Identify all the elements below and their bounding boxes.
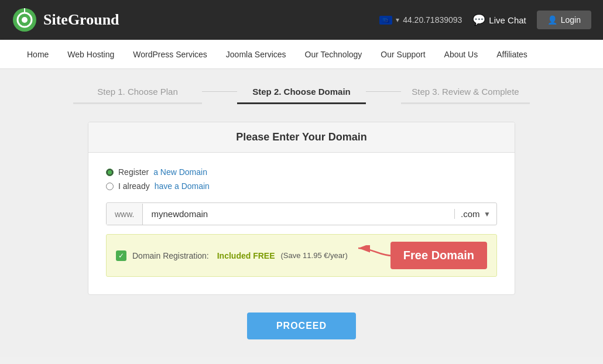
radio-group: Register a New Domain I already have a D… — [106, 167, 497, 191]
siteground-logo-icon — [12, 7, 37, 33]
page-content: Step 1. Choose Plan Step 2. Choose Domai… — [0, 69, 603, 357]
flag-icon: 🇪🇺 — [379, 16, 392, 25]
radio-register-input[interactable] — [106, 169, 114, 176]
chat-icon: 💬 — [472, 13, 485, 26]
radio-register-option[interactable]: Register a New Domain — [106, 167, 497, 177]
svg-point-2 — [22, 17, 28, 23]
login-button[interactable]: 👤 Login — [537, 11, 591, 29]
user-icon: 👤 — [547, 15, 557, 25]
free-badge-area: Free Domain — [355, 242, 487, 269]
top-header: SiteGround 🇪🇺 ▾ 44.20.71839093 💬 Live Ch… — [0, 0, 603, 40]
live-chat-button[interactable]: 💬 Live Chat — [472, 13, 526, 26]
save-text: (Save 11.95 €/year) — [281, 251, 348, 260]
free-domain-badge: Free Domain — [390, 242, 487, 269]
logo-text: SiteGround — [43, 11, 119, 29]
step-3-underline — [401, 102, 530, 104]
live-chat-label: Live Chat — [489, 15, 526, 25]
step-divider-1 — [202, 91, 237, 92]
tld-select[interactable]: .com .net .org .info .biz — [461, 209, 492, 219]
step-3-label: Step 3. Review & Complete — [412, 87, 519, 102]
included-free-text: Included FREE — [217, 251, 275, 260]
step-divider-2 — [366, 91, 401, 92]
proceed-row: PROCEED — [0, 313, 603, 339]
step-1-label: Step 1. Choose Plan — [97, 87, 178, 102]
radio-register-link[interactable]: a New Domain — [153, 167, 207, 177]
radio-have-input[interactable] — [106, 183, 114, 190]
nav-joomla-services[interactable]: Joomla Services — [217, 40, 296, 69]
step-2-label: Step 2. Choose Domain — [252, 87, 351, 102]
domain-input-row: www. .com .net .org .info .biz ▼ — [106, 202, 497, 225]
phone-area: 🇪🇺 ▾ 44.20.71839093 — [379, 15, 462, 25]
form-card: Please Enter Your Domain Register a New … — [88, 122, 515, 295]
tld-select-wrapper: .com .net .org .info .biz ▼ — [454, 209, 496, 219]
phone-number: 44.20.71839093 — [403, 15, 462, 25]
radio-have-option[interactable]: I already have a Domain — [106, 181, 497, 191]
step-1: Step 1. Choose Plan — [73, 87, 202, 104]
nav-bar: Home Web Hosting WordPress Services Joom… — [0, 40, 603, 69]
step-2-underline — [237, 102, 366, 104]
login-label: Login — [561, 15, 581, 25]
nav-our-support[interactable]: Our Support — [371, 40, 434, 69]
domain-checkbox[interactable]: ✓ — [116, 250, 126, 261]
nav-our-technology[interactable]: Our Technology — [296, 40, 372, 69]
nav-home[interactable]: Home — [18, 40, 58, 69]
form-card-header: Please Enter Your Domain — [88, 122, 515, 153]
www-prefix: www. — [107, 204, 143, 225]
nav-wordpress-services[interactable]: WordPress Services — [124, 40, 217, 69]
radio-have-link[interactable]: have a Domain — [155, 181, 210, 191]
nav-web-hosting[interactable]: Web Hosting — [58, 40, 124, 69]
step-2: Step 2. Choose Domain — [237, 87, 366, 104]
step-3: Step 3. Review & Complete — [401, 87, 530, 104]
header-right: 🇪🇺 ▾ 44.20.71839093 💬 Live Chat 👤 Login — [379, 11, 591, 29]
domain-text-input[interactable] — [143, 203, 454, 225]
dropdown-arrow[interactable]: ▾ — [396, 16, 399, 24]
logo-area: SiteGround — [12, 7, 119, 33]
radio-register-text: Register — [118, 167, 149, 177]
form-card-title: Please Enter Your Domain — [236, 131, 366, 143]
free-domain-row: ✓ Domain Registration: Included FREE (Sa… — [106, 234, 497, 277]
steps-row: Step 1. Choose Plan Step 2. Choose Domai… — [0, 87, 603, 104]
nav-about-us[interactable]: About Us — [435, 40, 488, 69]
form-card-body: Register a New Domain I already have a D… — [88, 153, 515, 294]
proceed-button[interactable]: PROCEED — [247, 313, 356, 339]
step-1-underline — [73, 102, 202, 104]
domain-reg-label: Domain Registration: — [132, 251, 209, 260]
nav-affiliates[interactable]: Affiliates — [487, 40, 537, 69]
radio-have-text: I already — [118, 181, 150, 191]
